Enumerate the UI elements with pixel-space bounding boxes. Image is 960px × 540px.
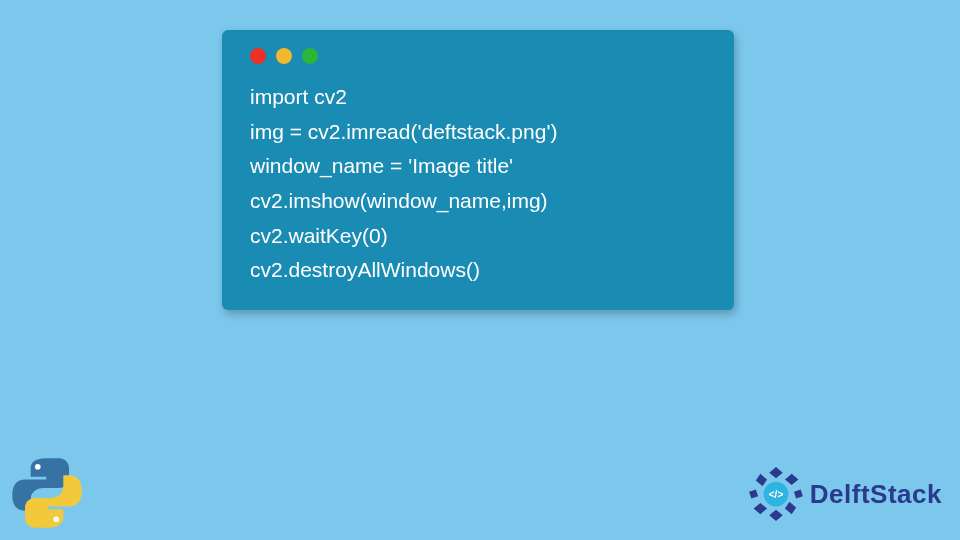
minimize-dot-icon [276,48,292,64]
maximize-dot-icon [302,48,318,64]
code-window: import cv2 img = cv2.imread('deftstack.p… [222,30,734,310]
svg-text:</>: </> [769,489,784,500]
brand: </> DelftStack [748,466,942,522]
delftstack-logo-icon: </> [748,466,804,522]
svg-point-0 [35,464,41,470]
svg-marker-8 [749,490,758,499]
window-traffic-lights [250,48,706,64]
close-dot-icon [250,48,266,64]
python-logo-icon [8,454,86,532]
svg-marker-2 [769,467,782,478]
svg-marker-3 [785,474,798,485]
brand-name: DelftStack [810,479,942,510]
code-line: cv2.imshow(window_name,img) [250,184,706,219]
svg-marker-6 [769,510,782,521]
code-line: img = cv2.imread('deftstack.png') [250,115,706,150]
svg-marker-4 [794,490,803,499]
code-block: import cv2 img = cv2.imread('deftstack.p… [250,80,706,288]
code-line: cv2.waitKey(0) [250,219,706,254]
svg-point-1 [53,516,59,522]
code-line: window_name = 'Image title' [250,149,706,184]
svg-marker-9 [756,474,767,486]
svg-marker-7 [753,503,766,514]
svg-marker-5 [785,502,796,514]
code-line: cv2.destroyAllWindows() [250,253,706,288]
code-line: import cv2 [250,80,706,115]
